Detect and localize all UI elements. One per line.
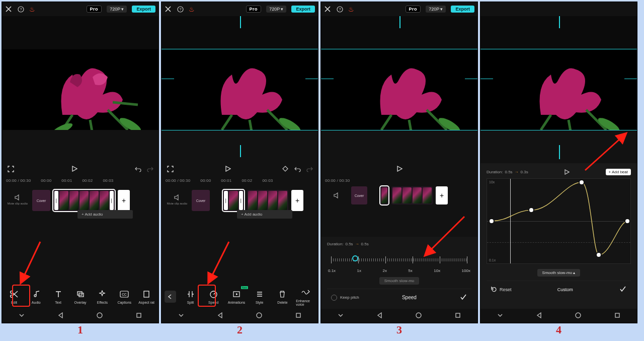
nav-home-icon[interactable]: [256, 312, 263, 320]
confirm-check-icon[interactable]: [619, 285, 627, 294]
tool-enhance-voice[interactable]: Enhance voice: [296, 288, 315, 306]
smooth-slowmo-pill[interactable]: Smooth slow-mo: [379, 277, 420, 285]
add-clip-button[interactable]: +: [118, 190, 130, 211]
confirm-check-icon[interactable]: [459, 293, 467, 302]
help-icon[interactable]: ?: [17, 6, 24, 13]
nav-recent-icon[interactable]: [614, 312, 621, 320]
nav-dropdown-icon[interactable]: [497, 312, 504, 320]
nav-home-icon[interactable]: [415, 312, 422, 320]
tool-audio[interactable]: Audio: [27, 289, 45, 304]
help-icon[interactable]: ?: [336, 6, 343, 13]
nav-dropdown-icon[interactable]: [337, 312, 344, 320]
nav-recent-icon[interactable]: [295, 312, 302, 320]
fullscreen-icon[interactable]: [7, 165, 14, 172]
redo-icon[interactable]: [146, 165, 153, 172]
flame-icon[interactable]: ♨: [29, 6, 35, 13]
keyframe-icon[interactable]: [282, 165, 289, 172]
reset-button[interactable]: Reset: [491, 286, 512, 293]
video-preview[interactable]: [2, 49, 158, 130]
video-preview[interactable]: [321, 49, 477, 130]
video-clip-rest[interactable]: [247, 190, 288, 211]
tool-edit[interactable]: Edit: [5, 289, 23, 304]
resolution-select[interactable]: 720P ▾: [107, 6, 127, 13]
pro-badge[interactable]: Pro: [406, 6, 421, 13]
add-clip-button[interactable]: +: [436, 186, 448, 204]
tool-speed[interactable]: Speed: [204, 289, 223, 304]
slider-knob[interactable]: [352, 255, 358, 261]
clip-handle-right[interactable]: ❘: [110, 191, 114, 210]
nav-recent-icon[interactable]: [135, 312, 142, 320]
timeline[interactable]: Mute clip audio Cover ❘ ❘ + + Add audio: [2, 184, 158, 229]
curve-node[interactable]: [528, 207, 534, 213]
help-icon[interactable]: ?: [177, 6, 184, 13]
tool-style[interactable]: Style: [250, 289, 269, 304]
add-clip-button[interactable]: +: [291, 190, 303, 211]
tool-text[interactable]: Text: [49, 289, 67, 304]
tool-aspect-ratio[interactable]: Aspect rat: [137, 289, 155, 304]
curve-node[interactable]: [489, 218, 495, 224]
curve-node[interactable]: [596, 252, 602, 258]
step-numbers: 1 2 3 4: [2, 323, 642, 336]
cover-button[interactable]: Cover: [351, 186, 367, 204]
export-button[interactable]: Export: [291, 6, 315, 13]
video-clip-selected[interactable]: ❘ ❘: [223, 190, 244, 211]
mute-clip-audio[interactable]: Mute clip audio: [6, 194, 29, 205]
speed-curve-graph[interactable]: 10x 0.1x: [487, 178, 631, 264]
nav-recent-icon[interactable]: [454, 312, 461, 320]
smooth-slowmo-select[interactable]: Smooth slow-mo ▴: [537, 269, 581, 277]
play-icon[interactable]: [564, 168, 571, 175]
timeline[interactable]: Cover +: [321, 184, 477, 207]
video-clip-rest[interactable]: [391, 186, 433, 204]
play-icon[interactable]: [396, 165, 403, 172]
tool-delete[interactable]: Delete: [273, 289, 292, 304]
nav-dropdown-icon[interactable]: [18, 312, 25, 320]
pro-badge[interactable]: Pro: [87, 6, 102, 13]
close-icon[interactable]: [5, 6, 12, 13]
video-preview[interactable]: [162, 49, 318, 130]
speed-slider[interactable]: [328, 253, 470, 266]
video-clip-selected[interactable]: [380, 186, 388, 204]
tool-captions[interactable]: CC Captions: [115, 289, 133, 304]
keep-pitch-toggle[interactable]: Keep pitch: [331, 295, 359, 301]
close-icon[interactable]: [324, 6, 331, 13]
add-audio-button[interactable]: + Add audio: [77, 210, 133, 219]
tool-animations[interactable]: New Animations: [227, 289, 246, 304]
cover-button[interactable]: Cover: [32, 190, 50, 211]
undo-icon[interactable]: [134, 165, 141, 172]
nav-back-icon[interactable]: [536, 312, 543, 320]
resolution-select[interactable]: 720P ▾: [426, 6, 446, 13]
resolution-select[interactable]: 720P ▾: [266, 6, 286, 13]
undo-icon[interactable]: [294, 165, 301, 172]
cover-button[interactable]: Cover: [192, 190, 210, 211]
curve-node[interactable]: [624, 218, 630, 224]
tool-effects[interactable]: Effects: [93, 289, 111, 304]
nav-home-icon[interactable]: [575, 312, 582, 320]
close-icon[interactable]: [165, 6, 172, 13]
nav-home-icon[interactable]: [96, 312, 103, 320]
add-beat-button[interactable]: + Add beat: [606, 169, 631, 175]
nav-back-icon[interactable]: [57, 312, 64, 320]
video-preview[interactable]: [480, 49, 637, 130]
curve-node[interactable]: [579, 179, 585, 185]
toolbar-back-button[interactable]: [165, 291, 176, 303]
tool-overlay[interactable]: Overlay: [71, 289, 90, 304]
redo-icon[interactable]: [306, 165, 313, 172]
pro-badge[interactable]: Pro: [246, 6, 262, 13]
video-clip-selected[interactable]: ❘ ❘: [53, 190, 115, 211]
nav-back-icon[interactable]: [376, 312, 383, 320]
android-nav: [2, 309, 158, 323]
fullscreen-icon[interactable]: [167, 165, 174, 172]
tool-split[interactable]: Split: [181, 289, 200, 304]
mute-clip-audio[interactable]: [325, 192, 348, 199]
flame-icon[interactable]: ♨: [348, 6, 354, 13]
clip-handle-left[interactable]: ❘: [54, 191, 58, 210]
export-button[interactable]: Export: [451, 6, 474, 13]
mute-clip-audio[interactable]: Mute clip audio: [166, 194, 189, 205]
play-icon[interactable]: [71, 165, 78, 172]
add-audio-button[interactable]: + Add audio: [237, 210, 292, 219]
nav-back-icon[interactable]: [217, 312, 224, 320]
flame-icon[interactable]: ♨: [189, 6, 195, 13]
play-icon[interactable]: [224, 165, 231, 172]
export-button[interactable]: Export: [132, 6, 155, 13]
nav-dropdown-icon[interactable]: [178, 312, 185, 320]
